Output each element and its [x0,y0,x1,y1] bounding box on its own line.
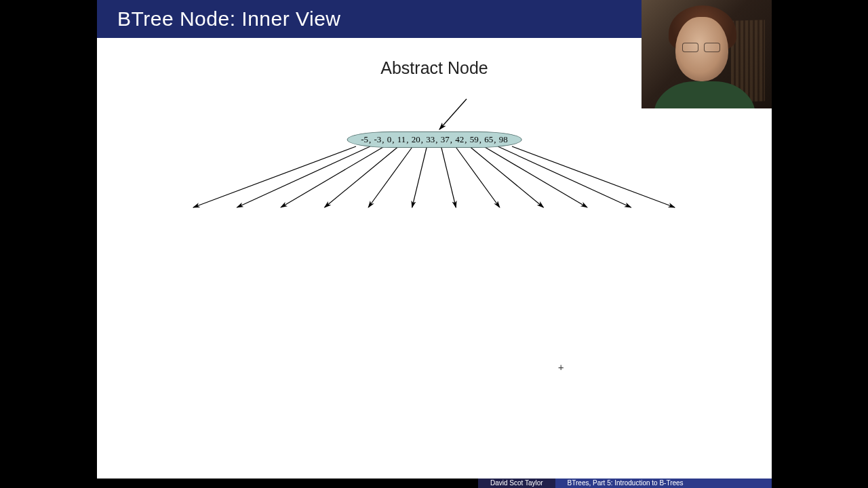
child-arrow [512,146,675,207]
btree-node: -5, -3, 0, 11, 20, 33, 37, 42, 59, 65, 9… [347,131,522,148]
child-arrow [193,146,356,207]
footer-lecture: BTrees, Part 5: Introduction to B-Trees [555,479,696,488]
child-arrow [368,146,412,207]
slide-footer: David Scot Taylor BTrees, Part 5: Introd… [97,479,772,488]
slide-title: BTree Node: Inner View [117,7,341,30]
parent-arrow [439,99,467,129]
footer-author: David Scot Taylor [478,479,555,488]
child-arrow [412,146,427,207]
child-arrow [469,146,543,207]
footer-spacer [97,479,478,488]
child-arrow [237,146,370,207]
child-arrow [455,146,499,207]
webcam-overlay [642,0,772,108]
child-arrows-group [193,146,675,207]
footer-tail [696,479,772,488]
child-arrow [325,146,399,207]
presenter-glasses [682,43,720,51]
child-arrow [441,146,456,207]
arrows-svg [97,92,772,241]
btree-diagram: -5, -3, 0, 11, 20, 33, 37, 42, 59, 65, 9… [97,92,772,241]
presenter-shirt [654,81,755,108]
child-arrow [498,146,631,207]
cursor-marker: + [558,362,564,373]
